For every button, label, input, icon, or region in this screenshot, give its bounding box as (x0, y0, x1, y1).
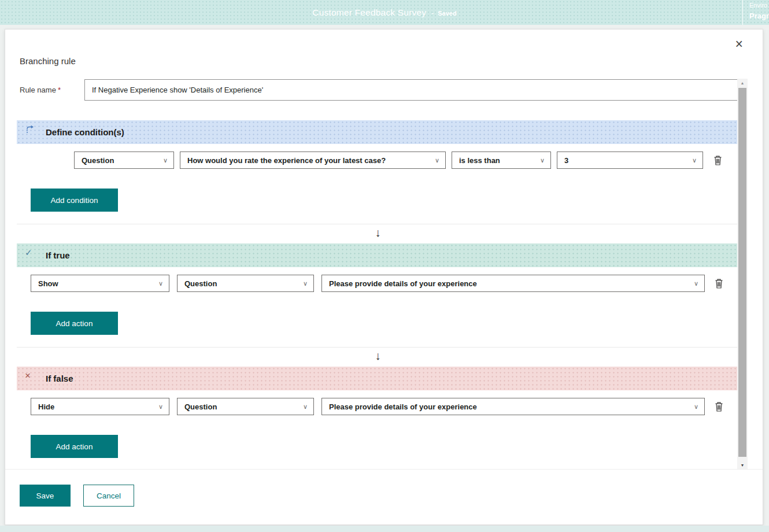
delete-action-button[interactable] (715, 275, 723, 292)
dialog-footer: Save Cancel (5, 469, 763, 524)
rule-name-input[interactable] (84, 79, 738, 101)
dialog-title: Branching rule (20, 56, 763, 66)
cancel-button[interactable]: Cancel (83, 485, 134, 507)
true-action-dropdown[interactable]: Show ∨ (31, 275, 169, 292)
chevron-down-icon: ∨ (540, 157, 545, 164)
environment-label: Enviro (749, 2, 769, 9)
delete-condition-button[interactable] (713, 152, 722, 169)
false-target-question-dropdown[interactable]: Please provide details of your experienc… (321, 398, 705, 415)
chevron-down-icon: ∨ (694, 403, 698, 411)
add-false-action-button[interactable]: Add action (31, 435, 118, 458)
check-icon: ✓ (25, 248, 36, 257)
add-condition-button[interactable]: Add condition (31, 189, 118, 212)
if-true-header: ✓ If true (17, 243, 739, 267)
dropdown-value: 3 (564, 156, 687, 165)
dropdown-value: Question (184, 402, 298, 411)
survey-title-group: Customer Feedback Survey - Saved (312, 8, 456, 18)
scrollbar-down-arrow[interactable]: ▼ (737, 463, 748, 467)
chevron-down-icon: ∨ (694, 280, 698, 287)
condition-field-dropdown[interactable]: Question ∨ (74, 152, 174, 169)
false-target-type-dropdown[interactable]: Question ∨ (177, 398, 314, 415)
header-divider (742, 0, 743, 25)
rule-name-label-text: Rule name (20, 86, 56, 94)
flow-arrow-icon: ↓ (375, 349, 381, 363)
environment-name: Pragr (749, 12, 769, 20)
scrollbar-up-arrow[interactable]: ▲ (737, 81, 748, 85)
save-button[interactable]: Save (20, 485, 71, 507)
section-title: If true (46, 250, 70, 260)
environment-info[interactable]: Enviro Pragr (749, 2, 769, 20)
condition-row: Question ∨ How would you rate the experi… (74, 152, 739, 169)
flow-arrow-icon: ↓ (375, 226, 381, 239)
section-title: Define condition(s) (46, 127, 124, 137)
flow-connector: ↓ (17, 224, 739, 239)
chevron-down-icon: ∨ (435, 157, 439, 164)
branch-icon (25, 125, 36, 136)
rule-name-label: Rule name* (20, 79, 84, 101)
dropdown-value: Please provide details of your experienc… (329, 402, 689, 411)
dropdown-value: How would you rate the experience of you… (187, 156, 430, 165)
dropdown-value: Please provide details of your experienc… (329, 279, 689, 288)
required-asterisk: * (58, 86, 61, 94)
true-target-type-dropdown[interactable]: Question ∨ (177, 275, 314, 292)
trash-icon (715, 401, 723, 412)
flow-connector: ↓ (17, 347, 739, 363)
true-target-question-dropdown[interactable]: Please provide details of your experienc… (321, 275, 705, 292)
dropdown-value: Question (82, 156, 158, 165)
condition-question-dropdown[interactable]: How would you rate the experience of you… (180, 152, 446, 169)
chevron-down-icon: ∨ (692, 157, 697, 164)
condition-value-dropdown[interactable]: 3 ∨ (557, 152, 703, 169)
close-icon[interactable]: × (735, 38, 743, 50)
saved-status: Saved (438, 10, 456, 17)
delete-action-button[interactable] (715, 398, 723, 415)
rule-name-row: Rule name* (20, 79, 739, 101)
dialog-scroll-area: Rule name* Define condition(s) Question (5, 79, 739, 470)
trash-icon (713, 155, 722, 165)
if-true-action-row: Show ∨ Question ∨ Please provide details… (31, 275, 739, 292)
branching-rule-dialog: × Branching rule Rule name* (5, 29, 763, 525)
false-action-dropdown[interactable]: Hide ∨ (31, 398, 169, 415)
dropdown-value: Question (184, 279, 298, 288)
title-separator: - (431, 9, 434, 17)
dropdown-value: is less than (459, 156, 535, 165)
if-false-header: × If false (17, 367, 739, 390)
chevron-down-icon: ∨ (158, 403, 163, 411)
chevron-down-icon: ∨ (303, 403, 308, 411)
survey-title: Customer Feedback Survey (312, 8, 426, 18)
section-title: If false (46, 374, 73, 383)
trash-icon (715, 278, 723, 289)
if-false-action-row: Hide ∨ Question ∨ Please provide details… (31, 398, 739, 415)
add-true-action-button[interactable]: Add action (31, 312, 118, 335)
app-header: Customer Feedback Survey - Saved Enviro … (0, 0, 769, 25)
chevron-down-icon: ∨ (303, 280, 308, 287)
scrollbar[interactable]: ▲ ▼ (737, 79, 748, 470)
scrollbar-thumb[interactable] (738, 88, 746, 457)
app-background: Customer Feedback Survey - Saved Enviro … (0, 0, 769, 532)
page-bottom-strip (0, 526, 769, 532)
condition-operator-dropdown[interactable]: is less than ∨ (452, 152, 551, 169)
dropdown-value: Show (38, 279, 154, 288)
chevron-down-icon: ∨ (163, 157, 168, 164)
chevron-down-icon: ∨ (158, 280, 163, 287)
define-conditions-header: Define condition(s) (17, 120, 739, 144)
cross-icon: × (25, 371, 36, 380)
dropdown-value: Hide (38, 402, 154, 411)
